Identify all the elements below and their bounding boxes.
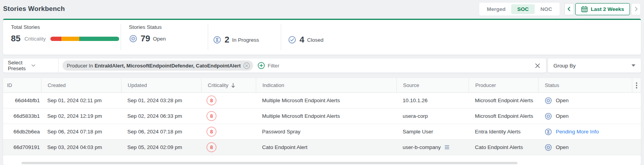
horizontal-scrollbar[interactable]: [21, 162, 517, 164]
status-label: Open: [556, 98, 569, 103]
cell-updated: Sep 02, 2024 06:33 pm: [121, 113, 201, 119]
column-header-id[interactable]: ID: [3, 78, 41, 92]
open-count: 79: [141, 34, 150, 44]
open-status-icon: [544, 144, 552, 151]
page-title: Stories Workbench: [3, 5, 65, 13]
cell-producer: Microsoft Endpoint Alerts: [469, 113, 538, 119]
column-header-criticality[interactable]: Criticality: [201, 78, 256, 92]
table-row[interactable]: 66d5833b1 Sep 02, 2024 12:19 pm Sep 02, …: [3, 108, 641, 124]
table-row[interactable]: 66db2b6ea Sep 06, 2024 07:18 pm Sep 06, …: [3, 124, 641, 140]
view-toggle-soc[interactable]: SOC: [511, 4, 534, 14]
cell-created: Sep 03, 2024 04:03 pm: [41, 144, 121, 150]
table-row[interactable]: 66d44bfb1 Sep 01, 2024 02:11 pm Sep 01, …: [3, 93, 641, 108]
top-right-controls: Merged SOC NOC: [479, 3, 641, 16]
criticality-medium-segment: [61, 37, 79, 41]
criticality-badge: 8: [207, 142, 216, 152]
chevron-down-icon: [31, 64, 55, 67]
status-label: Open: [556, 144, 569, 150]
plus-circle-icon: [258, 62, 265, 69]
criticality-low-segment: [79, 37, 119, 41]
table-body: 66d44bfb1 Sep 01, 2024 02:11 pm Sep 01, …: [3, 93, 641, 155]
table-menu-button[interactable]: [632, 78, 641, 92]
cell-created: Sep 06, 2024 07:18 pm: [41, 129, 121, 135]
cell-source: Sample User: [396, 129, 469, 135]
date-range-button[interactable]: Last 2 Weeks: [575, 3, 630, 15]
stories-status-label: Stories Status: [129, 24, 208, 30]
cell-criticality: 8: [201, 142, 256, 152]
cell-status[interactable]: Open: [538, 144, 632, 151]
producer-filter-chip[interactable]: Producer InEntraIdAlert, MicrosoftEndpoi…: [62, 60, 253, 71]
cell-story-id: 66d5833b1: [3, 113, 41, 119]
stories-table: ID Created Updated Criticality Indicatio…: [3, 78, 641, 165]
cell-created: Sep 02, 2024 12:19 pm: [41, 113, 121, 119]
cell-criticality: 8: [201, 96, 256, 105]
open-status-icon: [129, 34, 137, 43]
cell-source: user-b-company: [396, 144, 469, 150]
column-header-created[interactable]: Created: [41, 78, 121, 92]
column-header-updated[interactable]: Updated: [121, 78, 201, 92]
cell-producer: Microsoft Endpoint Alerts: [469, 98, 538, 103]
column-header-indication[interactable]: Indication: [256, 78, 396, 92]
total-stories-value: 85: [11, 34, 20, 44]
cell-producer: Cato Endpoint Alerts: [469, 144, 538, 150]
column-header-status[interactable]: Status: [538, 78, 632, 92]
select-presets-label: Select Presets: [8, 60, 31, 71]
closed-label: Closed: [307, 37, 323, 43]
cell-producer: Entra Identity Alerts: [469, 129, 538, 135]
criticality-badge: 8: [207, 96, 216, 105]
filter-bar: Select Presets Producer InEntraIdAlert, …: [3, 59, 546, 73]
cell-indication: Multiple Microsoft Endpoint Alerts: [256, 113, 396, 119]
in-progress-label: In Progress: [232, 37, 259, 43]
date-next-button[interactable]: [631, 3, 641, 15]
column-header-producer[interactable]: Producer: [469, 78, 538, 92]
table-header-row: ID Created Updated Criticality Indicatio…: [3, 78, 641, 93]
open-label: Open: [153, 36, 166, 42]
open-status-icon: [544, 97, 552, 105]
cell-indication: Cato Endpoint Alert: [256, 144, 396, 150]
stats-summary-card: Total Stories 85 Criticality Stories Sta…: [3, 19, 641, 55]
cell-status[interactable]: Pending More Info: [538, 128, 632, 136]
in-progress-block: 2 In Progress: [208, 24, 281, 50]
select-presets-dropdown[interactable]: Select Presets: [3, 59, 59, 73]
criticality-label: Criticality: [24, 36, 46, 42]
cell-status[interactable]: Open: [538, 112, 632, 120]
cell-source: 10.10.1.26: [396, 98, 469, 103]
view-toggle: Merged SOC NOC: [479, 3, 559, 16]
closed-block: 4 Closed: [281, 24, 641, 50]
open-status-icon: [544, 112, 552, 120]
clear-filters-button[interactable]: [535, 63, 541, 69]
chip-prefix: Producer In: [67, 63, 93, 69]
column-header-source[interactable]: Source: [396, 78, 469, 92]
cell-updated: Sep 01, 2024 03:28 pm: [121, 98, 201, 103]
add-filter-label: Filter: [268, 63, 279, 69]
cell-story-id: 66db2b6ea: [3, 129, 41, 135]
chip-values: EntraIdAlert, MicrosoftEndpointDefender,…: [95, 63, 241, 69]
chevron-right-icon: [634, 7, 639, 11]
kebab-menu-icon: [636, 82, 637, 89]
calendar-icon: [581, 6, 588, 12]
criticality-badge: 8: [207, 127, 216, 137]
criticality-bar: [50, 37, 119, 41]
cell-story-id: 66d709191: [3, 144, 41, 150]
criticality-badge: 8: [207, 111, 216, 121]
table-row[interactable]: 66d709191 Sep 03, 2024 04:03 pm Sep 05, …: [3, 140, 641, 155]
date-navigation: Last 2 Weeks: [564, 3, 641, 15]
chip-remove-icon[interactable]: [243, 62, 250, 69]
in-progress-count: 2: [225, 35, 229, 45]
add-filter-button[interactable]: Filter: [258, 62, 279, 69]
chevron-left-icon: [567, 7, 571, 11]
list-icon[interactable]: [444, 145, 450, 149]
sort-descending-icon: [231, 83, 235, 88]
open-stories-block: Stories Status 79 Open: [121, 24, 208, 50]
view-toggle-noc[interactable]: NOC: [535, 4, 558, 14]
pending-hourglass-icon: [544, 128, 552, 136]
cell-criticality: 8: [201, 127, 256, 137]
cell-status[interactable]: Open: [538, 97, 632, 105]
date-prev-button[interactable]: [564, 3, 574, 15]
closed-check-icon: [288, 35, 296, 44]
group-by-dropdown[interactable]: Group By: [548, 59, 641, 73]
view-toggle-merged[interactable]: Merged: [481, 4, 511, 14]
cell-indication: Password Spray: [256, 129, 396, 135]
total-stories-label: Total Stories: [11, 24, 121, 30]
top-bar: Stories Workbench Merged SOC NOC: [0, 0, 644, 18]
